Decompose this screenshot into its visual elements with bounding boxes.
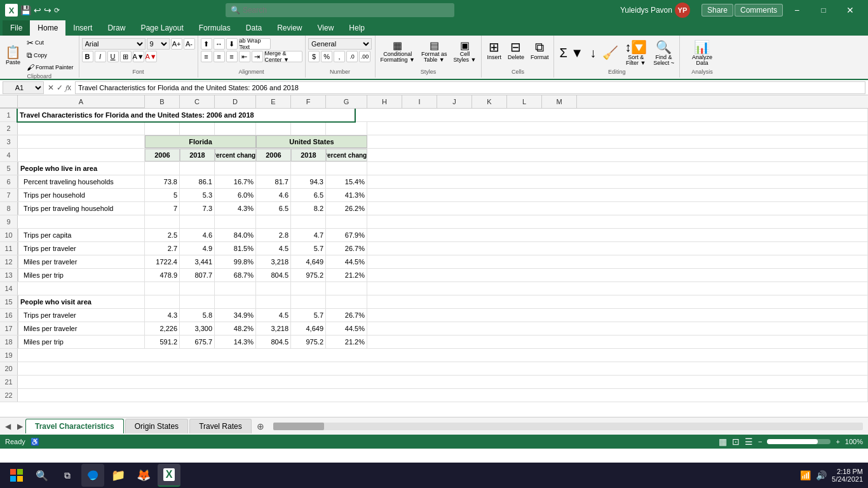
cell-G17[interactable]: 44.5% (326, 322, 367, 335)
col-header-L[interactable]: L (507, 95, 542, 108)
align-bottom-button[interactable]: ⬇ (226, 38, 238, 50)
taskbar-file-explorer-button[interactable]: 📁 (107, 464, 130, 487)
cell-B11[interactable]: 2.7 (145, 242, 180, 255)
col-header-B[interactable]: B (145, 95, 180, 108)
cell-C10[interactable]: 4.6 (180, 229, 215, 241)
copy-button[interactable]: ⧉Copy (24, 50, 76, 61)
taskbar-wifi-icon[interactable]: 📶 (800, 470, 811, 480)
cell-C8[interactable]: 7.3 (180, 202, 215, 215)
avatar[interactable]: YP (675, 3, 690, 18)
cell-A2[interactable] (18, 122, 145, 135)
cell-A18[interactable]: Miles per trip (18, 336, 145, 348)
cell-A9[interactable] (18, 215, 145, 228)
cell-A14[interactable] (18, 282, 145, 295)
tab-formulas[interactable]: Formulas (191, 20, 238, 36)
col-header-H[interactable]: H (367, 95, 402, 108)
wrap-text-button[interactable]: ab Wrap Text (239, 38, 271, 50)
accessibility-icon[interactable]: ♿ (31, 438, 39, 446)
confirm-formula-icon[interactable]: ✓ (57, 83, 63, 92)
fill-button[interactable]: ↓ (587, 44, 599, 62)
cell-rest-1[interactable] (355, 109, 868, 121)
cell-D16[interactable]: 34.9% (215, 309, 256, 322)
tab-origin-states[interactable]: Origin States (125, 419, 188, 433)
cell-G7[interactable]: 41.3% (326, 189, 367, 201)
tab-review[interactable]: Review (269, 20, 309, 36)
cell-E11[interactable]: 4.5 (256, 242, 291, 255)
cut-button[interactable]: ✂Cut (24, 37, 76, 49)
cell-A5[interactable]: People who live in area (18, 162, 145, 175)
cell-F17[interactable]: 4,649 (291, 322, 326, 335)
cell-D7[interactable]: 6.0% (215, 189, 256, 201)
conditional-formatting-button[interactable]: ▦ Conditional Formatting ▼ (378, 38, 417, 64)
undo-icon[interactable]: ↩ (34, 5, 41, 15)
cell-E7[interactable]: 4.6 (256, 189, 291, 201)
increase-indent-button[interactable]: ⇥ (252, 51, 263, 62)
taskbar-taskview-button[interactable]: ⧉ (56, 464, 79, 487)
cell-E10[interactable]: 2.8 (256, 229, 291, 241)
taskbar-firefox-button[interactable]: 🦊 (132, 464, 155, 487)
autosum-button[interactable]: Σ ▼ (557, 44, 586, 62)
clear-button[interactable]: 🧹 (600, 44, 621, 62)
tab-data[interactable]: Data (238, 20, 269, 36)
col-header-A[interactable]: A (18, 95, 145, 108)
sheet-next-icon[interactable]: ▶ (15, 421, 25, 432)
tab-help[interactable]: Help (341, 20, 372, 36)
percent-button[interactable]: % (321, 51, 332, 62)
horizontal-scrollbar[interactable] (273, 423, 863, 430)
cell-A6[interactable]: Percent traveling households (18, 175, 145, 188)
cell-F6[interactable]: 94.3 (291, 175, 326, 188)
tab-home[interactable]: Home (30, 20, 65, 36)
cell-G5[interactable] (326, 162, 367, 175)
cell-E5[interactable] (256, 162, 291, 175)
decrease-indent-button[interactable]: ⇤ (239, 51, 250, 62)
scrollbar-thumb[interactable] (273, 423, 324, 430)
merge-center-button[interactable]: Merge & Center ▼ (264, 51, 302, 62)
page-layout-view-icon[interactable]: ⊡ (732, 437, 740, 447)
cell-C12[interactable]: 3,441 (180, 255, 215, 268)
cell-F12[interactable]: 4,649 (291, 255, 326, 268)
cell-B13[interactable]: 478.9 (145, 269, 180, 281)
zoom-in-icon[interactable]: + (836, 438, 839, 445)
cell-E17[interactable]: 3,218 (256, 322, 291, 335)
col-header-J[interactable]: J (437, 95, 472, 108)
cell-D10[interactable]: 84.0% (215, 229, 256, 241)
cell-A1[interactable]: Travel Characteristics for Florida and t… (18, 109, 355, 121)
format-painter-button[interactable]: 🖌Format Painter (24, 62, 76, 73)
cell-D4[interactable]: Percent change (215, 149, 256, 161)
col-header-I[interactable]: I (402, 95, 437, 108)
taskbar-volume-icon[interactable]: 🔊 (816, 470, 827, 480)
align-right-button[interactable]: ≡ (226, 51, 238, 62)
cell-D9[interactable] (215, 215, 256, 228)
cell-C9[interactable] (180, 215, 215, 228)
sheet-prev-icon[interactable]: ◀ (3, 421, 13, 432)
decrease-decimal-button[interactable]: .0 (346, 51, 358, 62)
cell-F18[interactable]: 975.2 (291, 336, 326, 348)
col-header-F[interactable]: F (291, 95, 326, 108)
cell-A12[interactable]: Miles per traveler (18, 255, 145, 268)
col-header-G[interactable]: G (326, 95, 367, 108)
underline-button[interactable]: U (107, 51, 119, 62)
zoom-slider[interactable] (767, 439, 831, 444)
cell-D6[interactable]: 16.7% (215, 175, 256, 188)
cell-B12[interactable]: 1722.4 (145, 255, 180, 268)
col-header-C[interactable]: C (180, 95, 215, 108)
align-center-button[interactable]: ≡ (214, 51, 225, 62)
cell-B18[interactable]: 591.2 (145, 336, 180, 348)
cell-G12[interactable]: 44.5% (326, 255, 367, 268)
cell-C6[interactable]: 86.1 (180, 175, 215, 188)
col-header-D[interactable]: D (215, 95, 256, 108)
cell-A13[interactable]: Miles per trip (18, 269, 145, 281)
cell-F13[interactable]: 975.2 (291, 269, 326, 281)
cell-F4[interactable]: 2018 (291, 149, 326, 161)
font-color-button[interactable]: A▼ (146, 51, 157, 62)
increase-font-button[interactable]: A+ (171, 38, 182, 50)
tab-insert[interactable]: Insert (65, 20, 100, 36)
formula-display[interactable]: Travel Characteristics for Florida and t… (75, 81, 865, 94)
cell-E12[interactable]: 3,218 (256, 255, 291, 268)
tab-view[interactable]: View (310, 20, 342, 36)
font-family-select[interactable]: Arial (82, 38, 146, 50)
cell-E16[interactable]: 4.5 (256, 309, 291, 322)
cell-B7[interactable]: 5 (145, 189, 180, 201)
zoom-out-icon[interactable]: − (758, 438, 762, 445)
save-icon[interactable]: 💾 (20, 5, 31, 15)
